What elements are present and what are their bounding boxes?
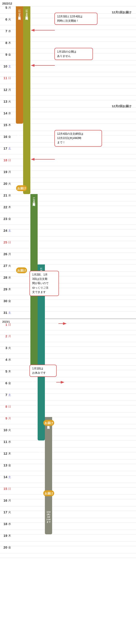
- day-number: 26: [0, 252, 8, 256]
- cal-row: 15木: [0, 119, 136, 131]
- cal-row: 18水: [0, 518, 136, 530]
- row-content: [14, 377, 136, 389]
- cal-row: 16月: [0, 494, 136, 506]
- row-content: [14, 213, 136, 224]
- cal-row: 30金: [0, 295, 136, 307]
- cal-row: 25日: [0, 236, 136, 248]
- cal-row: 5月: [0, 2, 136, 14]
- callout-c4: 1月2回、1月3回は注文期間が長いのでゆっくりご注文できます: [29, 271, 59, 296]
- row-content: [14, 154, 136, 166]
- day-of-week: 日: [8, 76, 14, 80]
- day-number: 19: [0, 534, 8, 538]
- cal-row: 12月: [0, 84, 136, 96]
- day-number: 10: [0, 428, 8, 432]
- day-of-week: 土: [8, 393, 14, 397]
- row-content: [14, 96, 136, 107]
- day-of-week: 月: [8, 498, 14, 502]
- day-number: 18: [0, 158, 8, 162]
- cal-row: 6金: [0, 377, 136, 389]
- day-number: 24: [0, 228, 8, 232]
- day-of-week: 日: [8, 158, 14, 162]
- day-of-week: 木: [8, 370, 14, 374]
- row-content: [14, 354, 136, 365]
- day-of-week: 金: [8, 135, 14, 139]
- row-content: [14, 436, 136, 448]
- row-content: [14, 330, 136, 342]
- day-number: 9: [0, 52, 8, 56]
- day-number: 2: [0, 334, 8, 338]
- day-of-week: 水: [8, 111, 14, 115]
- day-number: 8: [0, 404, 8, 408]
- row-content: [14, 307, 136, 318]
- cal-row: 22木: [0, 201, 136, 213]
- cal-row: 1日: [0, 318, 136, 330]
- row-content: [14, 72, 136, 84]
- cal-row: 5木: [0, 366, 136, 377]
- cal-row: 29木: [0, 284, 136, 295]
- cal-row: 27火: [0, 260, 136, 272]
- day-of-week: 金: [8, 546, 14, 550]
- cal-row: 20火: [0, 178, 136, 190]
- row-content: [14, 25, 136, 37]
- cal-row: 15日: [0, 483, 136, 494]
- row-content: [14, 60, 136, 72]
- day-of-week: 火: [8, 17, 14, 22]
- cal-row: 28水: [0, 272, 136, 284]
- day-of-week: 月: [8, 6, 14, 10]
- day-number: 16: [0, 135, 8, 138]
- day-number: 19: [0, 170, 8, 174]
- day-of-week: 金: [8, 217, 14, 221]
- day-number: 30: [0, 299, 8, 303]
- day-number: 25: [0, 240, 8, 244]
- day-number: 6: [0, 381, 8, 385]
- day-number: 15: [0, 487, 8, 490]
- cal-row: 10土: [0, 60, 136, 72]
- day-number: 31: [0, 311, 8, 314]
- callout-c3: 12月4回の注文締切は12月22日(木)AM2時まで！: [54, 130, 102, 147]
- row-content: [14, 483, 136, 494]
- day-of-week: 水: [8, 522, 14, 526]
- day-number: 12: [0, 452, 8, 455]
- calendar-container: 12月3回注文期間12/15(木)AM2:00まで12月4回注文期間12/22(…: [0, 0, 136, 562]
- day-number: 11: [0, 76, 8, 80]
- cal-row: 26月: [0, 248, 136, 260]
- day-number: 5: [0, 370, 8, 373]
- day-number: 17: [0, 510, 8, 514]
- day-number: 6: [0, 17, 8, 21]
- day-of-week: 火: [8, 182, 14, 186]
- row-content: [14, 389, 136, 400]
- day-of-week: 土: [8, 64, 14, 68]
- day-number: 28: [0, 276, 8, 279]
- day-of-week: 月: [8, 334, 14, 338]
- row-content: [14, 448, 136, 459]
- cal-row: 20金: [0, 542, 136, 553]
- header-row: [0, 0, 136, 2]
- row-content: [14, 506, 136, 518]
- row-content: [14, 84, 136, 96]
- cal-row: 7土: [0, 389, 136, 401]
- cal-row: 24土: [0, 225, 136, 236]
- cal-row: 10火: [0, 424, 136, 436]
- row-content: [14, 460, 136, 471]
- cal-row: 2月: [0, 330, 136, 342]
- row-content: [14, 119, 136, 131]
- day-number: 7: [0, 393, 8, 397]
- cal-row: 31土: [0, 307, 136, 318]
- cal-row: 19木: [0, 530, 136, 542]
- day-number: 13: [0, 100, 8, 103]
- row-content: [14, 518, 136, 530]
- day-of-week: 火: [8, 264, 14, 268]
- day-of-week: 金: [8, 52, 14, 57]
- day-number: 9: [0, 416, 8, 420]
- day-of-week: 月: [8, 88, 14, 92]
- row-content: [14, 201, 136, 213]
- cal-row: 14水: [0, 108, 136, 119]
- row-content: [14, 166, 136, 178]
- day-of-week: 火: [8, 510, 14, 514]
- day-of-week: 水: [8, 29, 14, 33]
- day-number: 20: [0, 182, 8, 186]
- day-of-week: 月: [8, 416, 14, 420]
- day-number: 20: [0, 546, 8, 549]
- day-number: 14: [0, 475, 8, 479]
- day-of-week: 日: [8, 240, 14, 244]
